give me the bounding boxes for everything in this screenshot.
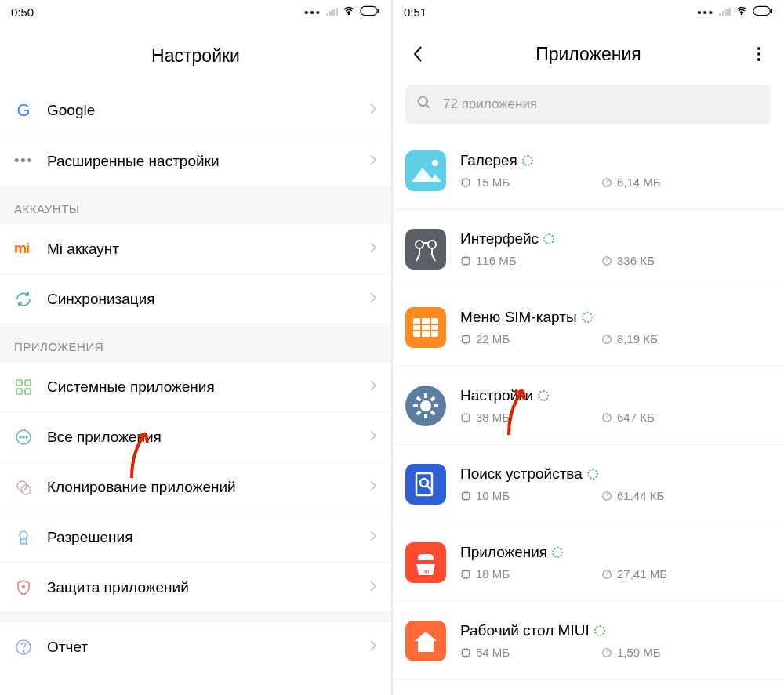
app-info: Приложения18 МБ27,41 МБ <box>460 544 770 581</box>
row-report[interactable]: Отчет <box>0 621 391 671</box>
row-clone-apps[interactable]: Клонирование приложений <box>0 462 391 512</box>
status-time: 0:50 <box>11 5 34 19</box>
clone-icon <box>14 478 47 497</box>
row-sync[interactable]: Синхронизация <box>0 273 391 324</box>
row-label: Защита приложений <box>47 579 369 596</box>
data-stat: 6,14 МБ <box>601 176 742 189</box>
app-row[interactable]: Интерфейс116 МБ336 КБ <box>393 210 784 288</box>
svg-rect-29 <box>405 229 446 270</box>
app-icon <box>405 229 446 270</box>
app-info: Рабочий стол MIUI54 МБ1,59 МБ <box>460 622 770 659</box>
phone-apps: 0:51 ••• Приложения 72 приложения Галере… <box>393 0 784 695</box>
app-icon <box>405 464 446 505</box>
svg-rect-24 <box>405 150 446 191</box>
svg-point-26 <box>432 160 438 166</box>
row-permissions[interactable]: Разрешения <box>0 512 391 562</box>
chevron-right-icon <box>369 429 377 445</box>
svg-point-21 <box>757 52 760 56</box>
svg-rect-2 <box>378 9 379 13</box>
svg-point-12 <box>21 485 31 494</box>
app-row[interactable]: Рабочий стол MIUI54 МБ1,59 МБ <box>393 602 784 680</box>
app-name: Рабочий стол MIUI <box>460 622 590 639</box>
data-stat: 1,59 МБ <box>601 646 742 659</box>
search-placeholder: 72 приложения <box>443 96 537 112</box>
svg-rect-35 <box>413 318 438 337</box>
row-label: Клонирование приложений <box>47 479 369 496</box>
section-gap <box>0 612 391 621</box>
back-button[interactable] <box>401 37 435 71</box>
row-system-apps[interactable]: Системные приложения <box>0 361 391 411</box>
app-row[interactable]: Меню SIM-карты22 МБ8,19 КБ <box>393 288 784 367</box>
row-advanced-settings[interactable]: ••• Расширенные настройки <box>0 136 391 186</box>
svg-point-20 <box>757 47 760 50</box>
chevron-right-icon <box>369 580 377 595</box>
chevron-right-icon <box>369 480 377 495</box>
signal-icon <box>719 8 731 16</box>
svg-rect-49 <box>463 492 470 499</box>
wifi-icon <box>735 5 748 20</box>
app-icon: mi <box>405 542 446 583</box>
chevron-right-icon <box>369 291 377 307</box>
loading-spinner-icon <box>543 233 554 244</box>
row-mi-account[interactable]: mi Mi аккаунт <box>0 223 391 273</box>
svg-point-10 <box>26 436 27 438</box>
chevron-right-icon <box>369 241 377 257</box>
app-name: Настройки <box>460 387 533 404</box>
app-row[interactable]: Галерея15 МБ6,14 МБ <box>393 132 784 210</box>
chevron-right-icon <box>369 530 377 545</box>
loading-spinner-icon <box>587 469 598 480</box>
cellular-dots-icon: ••• <box>304 5 321 19</box>
row-app-protection[interactable]: Защита приложений <box>0 562 391 612</box>
status-icons: ••• <box>304 5 380 20</box>
app-icon <box>405 307 446 348</box>
loading-spinner-icon <box>538 390 549 401</box>
row-label: Mi аккаунт <box>47 241 369 258</box>
row-all-apps[interactable]: Все приложения <box>0 411 391 462</box>
svg-text:mi: mi <box>423 568 430 575</box>
svg-rect-1 <box>361 6 377 15</box>
storage-stat: 18 МБ <box>460 567 601 581</box>
google-icon: G <box>14 100 33 121</box>
more-button[interactable] <box>742 37 776 71</box>
chevron-right-icon <box>369 639 377 655</box>
storage-stat: 22 МБ <box>460 332 601 346</box>
svg-rect-51 <box>405 542 446 583</box>
battery-icon <box>360 5 380 19</box>
svg-rect-53 <box>463 570 470 577</box>
app-name: Приложения <box>460 544 547 561</box>
row-google[interactable]: G Google <box>0 85 391 136</box>
svg-point-16 <box>23 650 24 652</box>
svg-rect-27 <box>463 179 470 186</box>
cellular-dots-icon: ••• <box>697 5 714 19</box>
loading-spinner-icon <box>582 312 593 323</box>
svg-point-22 <box>757 58 760 61</box>
app-row[interactable]: Поиск устройства10 МБ61,44 КБ <box>393 445 784 523</box>
row-label: Синхронизация <box>47 291 369 308</box>
app-name: Галерея <box>460 152 517 169</box>
app-icon <box>405 150 446 191</box>
storage-stat: 10 МБ <box>460 489 601 502</box>
svg-point-0 <box>348 13 349 14</box>
app-info: Галерея15 МБ6,14 МБ <box>460 152 770 189</box>
app-info: Меню SIM-карты22 МБ8,19 КБ <box>460 309 770 346</box>
app-name: Поиск устройства <box>460 465 583 483</box>
svg-rect-18 <box>753 6 770 15</box>
search-input[interactable]: 72 приложения <box>405 85 771 124</box>
settings-list: G Google ••• Расширенные настройки АККАУ… <box>0 85 391 695</box>
app-icon <box>405 386 446 426</box>
row-label: Системные приложения <box>47 378 369 396</box>
storage-stat: 38 МБ <box>460 411 601 424</box>
phone-settings: 0:50 ••• Настройки G Google ••• Расширен… <box>0 0 391 695</box>
status-bar: 0:50 ••• <box>0 0 391 24</box>
app-row[interactable]: miПриложения18 МБ27,41 МБ <box>393 523 784 602</box>
svg-rect-40 <box>463 335 470 342</box>
data-stat: 647 КБ <box>601 411 742 424</box>
help-icon <box>14 638 47 657</box>
svg-rect-32 <box>463 257 470 264</box>
app-info: Настройки38 МБ647 КБ <box>460 387 770 424</box>
svg-rect-19 <box>771 9 772 13</box>
app-row[interactable]: Настройки38 МБ647 КБ <box>393 367 784 445</box>
data-stat: 336 КБ <box>601 254 742 267</box>
storage-stat: 15 МБ <box>460 176 601 189</box>
chevron-right-icon <box>369 103 377 118</box>
